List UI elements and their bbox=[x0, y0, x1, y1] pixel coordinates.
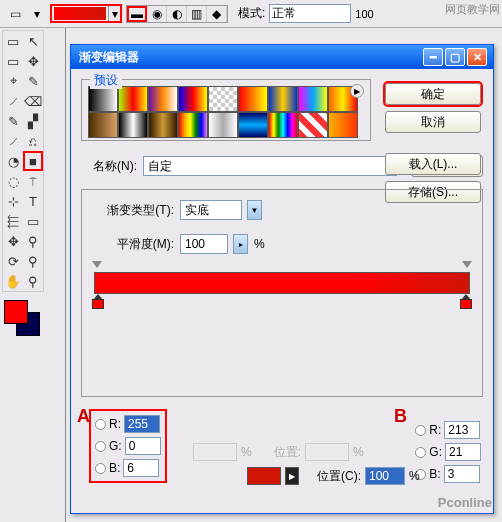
input-r-b[interactable]: 213 bbox=[444, 421, 480, 439]
maximize-button[interactable]: ▢ bbox=[445, 48, 465, 66]
options-bar: ▭ ▾ ▾ ▬ ◉ ◐ ▥ ◆ 模式: 正常 100 bbox=[0, 0, 502, 28]
tool-9-1[interactable]: ▭ bbox=[23, 211, 43, 231]
tool-0-1[interactable]: ↖ bbox=[23, 31, 43, 51]
label-g-b: G: bbox=[429, 445, 442, 459]
preset-5[interactable] bbox=[238, 86, 268, 112]
color-swatches bbox=[0, 298, 65, 342]
tool-6-1[interactable]: ■ bbox=[23, 151, 43, 171]
position-label: 位置(C): bbox=[317, 468, 361, 485]
radio-r-a[interactable] bbox=[95, 419, 106, 430]
label-g: G: bbox=[109, 439, 122, 453]
gradient-preview bbox=[54, 7, 106, 20]
input-b-a[interactable]: 6 bbox=[123, 459, 159, 477]
preset-2[interactable] bbox=[148, 86, 178, 112]
linear-gradient-button[interactable]: ▬ bbox=[127, 6, 147, 22]
tool-1-1[interactable]: ✥ bbox=[23, 51, 43, 71]
tool-8-1[interactable]: T bbox=[23, 191, 43, 211]
presets-group: 预设 ▶ bbox=[81, 79, 371, 141]
tool-9-0[interactable]: ⬱ bbox=[3, 211, 23, 231]
gradient-bar[interactable] bbox=[94, 272, 470, 294]
label-b-b: B: bbox=[429, 467, 440, 481]
preset-11[interactable] bbox=[148, 112, 178, 138]
close-button[interactable]: ✕ bbox=[467, 48, 487, 66]
titlebar[interactable]: 渐变编辑器 ━ ▢ ✕ bbox=[71, 45, 493, 69]
preset-0[interactable] bbox=[88, 86, 118, 112]
foreground-color[interactable] bbox=[4, 300, 28, 324]
radio-r-b[interactable] bbox=[415, 425, 426, 436]
tool-8-0[interactable]: ⊹ bbox=[3, 191, 23, 211]
color-position-row: ▶ 位置(C): 100 % bbox=[247, 467, 420, 485]
blend-mode-select[interactable]: 正常 bbox=[269, 4, 351, 23]
tool-5-1[interactable]: ⎌ bbox=[23, 131, 43, 151]
tool-3-0[interactable]: ⟋ bbox=[3, 91, 23, 111]
diamond-gradient-button[interactable]: ◆ bbox=[207, 6, 227, 22]
tool-2-1[interactable]: ✎ bbox=[23, 71, 43, 91]
minimize-button[interactable]: ━ bbox=[423, 48, 443, 66]
preset-9[interactable] bbox=[88, 112, 118, 138]
tool-5-0[interactable]: ⟋ bbox=[3, 131, 23, 151]
ok-button[interactable]: 确定 bbox=[385, 83, 481, 105]
gradient-type-label: 渐变类型(T): bbox=[90, 202, 174, 219]
gradient-type-buttons: ▬ ◉ ◐ ▥ ◆ bbox=[126, 5, 228, 23]
preset-1[interactable] bbox=[118, 86, 148, 112]
radio-g-b[interactable] bbox=[415, 447, 426, 458]
load-button[interactable]: 载入(L)... bbox=[385, 153, 481, 175]
input-b-b[interactable]: 3 bbox=[444, 465, 480, 483]
gradient-dropdown-icon[interactable]: ▾ bbox=[108, 6, 120, 21]
tool-7-1[interactable]: ⍑ bbox=[23, 171, 43, 191]
preset-10[interactable] bbox=[118, 112, 148, 138]
angle-gradient-button[interactable]: ◐ bbox=[167, 6, 187, 22]
preset-12[interactable] bbox=[178, 112, 208, 138]
gradient-type-value: 实底 bbox=[185, 202, 209, 219]
preset-4[interactable] bbox=[208, 86, 238, 112]
reflected-gradient-button[interactable]: ▥ bbox=[187, 6, 207, 22]
input-g-b[interactable]: 21 bbox=[445, 443, 481, 461]
radio-g-a[interactable] bbox=[95, 441, 106, 452]
tool-4-0[interactable]: ✎ bbox=[3, 111, 23, 131]
dropdown-arrow-icon[interactable]: ▼ bbox=[247, 200, 262, 220]
tool-10-0[interactable]: ✥ bbox=[3, 231, 23, 251]
preset-3[interactable] bbox=[178, 86, 208, 112]
gradient-swatch[interactable]: ▾ bbox=[50, 4, 122, 23]
preset-grid bbox=[88, 86, 364, 138]
tool-2-0[interactable]: ⌖ bbox=[3, 71, 23, 91]
radial-gradient-button[interactable]: ◉ bbox=[147, 6, 167, 22]
position-input[interactable]: 100 bbox=[365, 467, 405, 485]
label-r: R: bbox=[109, 417, 121, 431]
preset-14[interactable] bbox=[238, 112, 268, 138]
tool-11-0[interactable]: ⟳ bbox=[3, 251, 23, 271]
preset-15[interactable] bbox=[268, 112, 298, 138]
preset-13[interactable] bbox=[208, 112, 238, 138]
input-r-a[interactable]: 255 bbox=[124, 415, 160, 433]
tool-6-0[interactable]: ◔ bbox=[3, 151, 23, 171]
input-g-a[interactable]: 0 bbox=[125, 437, 161, 455]
cancel-button[interactable]: 取消 bbox=[385, 111, 481, 133]
smoothness-input[interactable]: 100 bbox=[180, 234, 228, 254]
tool-0-0[interactable]: ▭ bbox=[3, 31, 23, 51]
radio-b-a[interactable] bbox=[95, 463, 106, 474]
color-picker-arrow-icon[interactable]: ▶ bbox=[285, 467, 299, 485]
presets-menu-icon[interactable]: ▶ bbox=[350, 84, 364, 98]
name-input[interactable] bbox=[143, 156, 397, 176]
tool-12-1[interactable]: ⚲ bbox=[23, 271, 43, 291]
percent-1: % bbox=[241, 445, 252, 459]
color-chip[interactable] bbox=[247, 467, 281, 485]
tool-11-1[interactable]: ⚲ bbox=[23, 251, 43, 271]
color-stop-left[interactable] bbox=[92, 294, 104, 308]
tool-12-0[interactable]: ✋ bbox=[3, 271, 23, 291]
tool-10-1[interactable]: ⚲ bbox=[23, 231, 43, 251]
tool-4-1[interactable]: ▞ bbox=[23, 111, 43, 131]
preset-16[interactable] bbox=[298, 112, 328, 138]
color-stop-right[interactable] bbox=[460, 294, 472, 308]
preset-17[interactable] bbox=[328, 112, 358, 138]
tool-3-1[interactable]: ⌫ bbox=[23, 91, 43, 111]
opacity-stop-left[interactable] bbox=[92, 261, 102, 271]
preset-7[interactable] bbox=[298, 86, 328, 112]
tool-7-0[interactable]: ◌ bbox=[3, 171, 23, 191]
preset-6[interactable] bbox=[268, 86, 298, 112]
gradient-type-select[interactable]: 实底 bbox=[180, 200, 242, 220]
dropdown-caret-icon[interactable]: ▾ bbox=[28, 5, 46, 23]
tool-1-0[interactable]: ▭ bbox=[3, 51, 23, 71]
opacity-stop-right[interactable] bbox=[462, 261, 472, 271]
smoothness-arrow-icon[interactable]: ▸ bbox=[233, 234, 248, 254]
